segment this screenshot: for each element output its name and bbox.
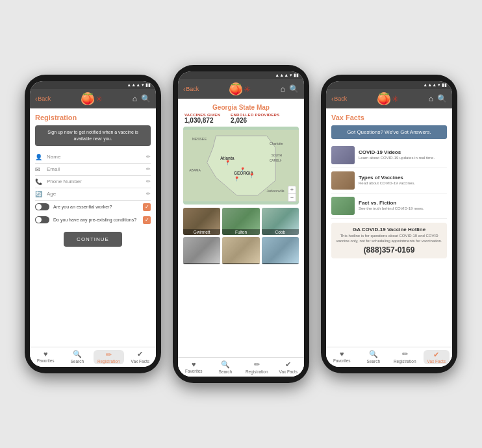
back-button-3[interactable]: ‹ Back: [331, 95, 347, 103]
home-icon-2[interactable]: ⌂: [281, 84, 285, 93]
favorites-icon-3: ♥: [340, 350, 344, 358]
favorites-label-2: Favorites: [185, 369, 203, 373]
fact-fiction-thumb: [331, 197, 355, 215]
zoom-out-btn[interactable]: −: [288, 193, 296, 201]
svg-text:📍: 📍: [249, 173, 255, 179]
status-bar-2: ▲▲▲ ▾ ▮▮: [178, 71, 304, 79]
virus-icon-3: ✳: [392, 94, 399, 104]
svg-text:CAROLI-: CAROLI-: [270, 159, 282, 162]
fact-fiction-desc: See the truth behind COVID-19 news.: [359, 206, 424, 212]
fact-fiction-text: Fact vs. Fiction See the truth behind CO…: [359, 200, 424, 212]
county-gwinnett[interactable]: Gwinnett: [183, 208, 220, 235]
registration-nav-icon-3: ✏: [402, 350, 408, 358]
county-fulton[interactable]: Fulton: [222, 208, 259, 235]
registration-nav-label-1: Registration: [97, 359, 120, 364]
registration-nav-label-3: Registration: [394, 359, 416, 364]
vaxfacts-title: Vax Facts: [331, 114, 447, 121]
zoom-in-btn[interactable]: +: [288, 186, 296, 193]
phone-vaxfacts: ▲▲▲ ▾ ▮▮ ‹ Back 🍑 ✳ ⌂ 🔍 Vax Facts Got Qu: [321, 75, 457, 373]
county-row2c[interactable]: [262, 237, 299, 264]
nav-registration-3[interactable]: ✏ Registration: [389, 350, 421, 364]
types-vaccines-desc: Read about COVID-19 vaccines.: [359, 181, 415, 186]
stat-providers: ENROLLED PROVIDERS 2,026: [231, 113, 279, 124]
virus-icon-1: ✳: [95, 94, 103, 104]
home-icon-3[interactable]: ⌂: [429, 94, 433, 103]
search-nav-icon-2: 🔍: [221, 360, 230, 369]
georgia-map[interactable]: NESSEE Charlotte SOUTH CAROLI- Atlanta A…: [183, 127, 299, 205]
types-vaccines-thumb: [331, 171, 355, 190]
fulton-label: Fulton: [222, 229, 259, 235]
phones-container: ▲▲▲ ▾ ▮▮ ‹ Back 🍑 ✳ ⌂ 🔍 Registrati: [12, 52, 470, 396]
phone-icon: 📞: [35, 179, 43, 185]
county-row2b[interactable]: [222, 237, 259, 264]
gwinnett-label: Gwinnett: [183, 229, 220, 235]
status-bar-1: ▲▲▲ ▾ ▮▮: [30, 81, 156, 89]
bottom-nav-3: ♥ Favorites 🔍 Search ✏ Registration ✔ Va…: [326, 347, 452, 367]
nav-vaxfacts-1[interactable]: ✔ Vax Facts: [125, 350, 157, 364]
nav-search-3[interactable]: 🔍 Search: [358, 350, 390, 364]
bottom-nav-2: ♥ Favorites 🔍 Search ✏ Registration ✔ Va…: [178, 357, 304, 377]
types-vaccines-card[interactable]: Types of Vaccines Read about COVID-19 va…: [331, 168, 447, 193]
nav-registration-2[interactable]: ✏ Registration: [241, 360, 273, 374]
nav-vaxfacts-3[interactable]: ✔ Vax Facts: [421, 350, 453, 364]
search-nav-icon-3: 🔍: [369, 350, 378, 358]
age-field[interactable]: 🔄 Age ✏: [35, 188, 151, 201]
nav-favorites-3[interactable]: ♥ Favorites: [326, 350, 358, 364]
vaxfacts-nav-icon-3: ✔: [433, 351, 439, 359]
county-cobb[interactable]: Cobb: [262, 208, 299, 235]
email-icon: ✉: [35, 166, 43, 173]
county-row2a[interactable]: [183, 237, 220, 264]
email-field[interactable]: ✉ Email ✏: [35, 164, 151, 176]
nav-search-2[interactable]: 🔍 Search: [210, 360, 242, 374]
back-label-2: Back: [186, 86, 199, 92]
back-button-2[interactable]: ‹ Back: [183, 86, 199, 93]
back-label-1: Back: [38, 95, 51, 102]
vaccines-given-val: 1,030,872: [184, 117, 220, 124]
age-label: Age: [47, 191, 142, 197]
svg-text:ABAMA: ABAMA: [189, 168, 201, 172]
nav-registration-1[interactable]: ✏ Registration: [93, 350, 125, 364]
signal-icons-3: ▲▲▲ ▾ ▮▮: [423, 82, 447, 88]
providers-val: 2,026: [231, 117, 279, 124]
search-icon-3[interactable]: 🔍: [437, 94, 447, 103]
signal-icons-2: ▲▲▲ ▾ ▮▮: [275, 73, 299, 78]
phone-edit-icon: ✏: [146, 179, 151, 184]
search-label-1: Search: [70, 359, 84, 364]
home-icon-1[interactable]: ⌂: [133, 94, 137, 103]
nav-vaxfacts-2[interactable]: ✔ Vax Facts: [273, 360, 305, 374]
search-nav-icon-1: 🔍: [73, 350, 82, 358]
essential-worker-toggle-row: Are you an essential worker? ✓: [35, 201, 151, 214]
covid-videos-card[interactable]: COVID-19 Videos Learn about COVID-19 upd…: [331, 143, 447, 168]
hotline-number[interactable]: (888)357-0169: [335, 245, 443, 255]
phone-field[interactable]: 📞 Phone Number ✏: [35, 176, 151, 188]
svg-text:📍: 📍: [234, 176, 240, 182]
search-label-2: Search: [218, 369, 232, 374]
preexisting-check: ✓: [143, 216, 151, 224]
search-icon-2[interactable]: 🔍: [289, 84, 299, 93]
name-field[interactable]: 👤 Name ✏: [35, 151, 151, 164]
covid-videos-thumb: [331, 146, 355, 164]
name-icon: 👤: [35, 154, 43, 160]
back-button-1[interactable]: ‹ Back: [35, 95, 51, 103]
nav-favorites-1[interactable]: ♥ Favorites: [30, 350, 62, 364]
types-vaccines-text: Types of Vaccines Read about COVID-19 va…: [359, 175, 415, 186]
got-questions-button[interactable]: Got Questions? We've Got Answers.: [331, 125, 447, 139]
fact-fiction-title: Fact vs. Fiction: [359, 200, 424, 206]
app-header-3: ‹ Back 🍑 ✳ ⌂ 🔍: [326, 89, 452, 108]
preexisting-toggle[interactable]: [35, 216, 49, 223]
nav-favorites-2[interactable]: ♥ Favorites: [178, 360, 210, 374]
continue-button[interactable]: CONTINUE: [64, 232, 122, 247]
fact-fiction-card[interactable]: Fact vs. Fiction See the truth behind CO…: [331, 193, 447, 219]
preexisting-toggle-row: Do you have any pre-existing conditions?…: [35, 214, 151, 227]
svg-text:Jacksonville: Jacksonville: [266, 189, 284, 193]
svg-text:📍: 📍: [225, 160, 231, 166]
search-icon-1[interactable]: 🔍: [141, 94, 151, 103]
nav-search-1[interactable]: 🔍 Search: [62, 350, 94, 364]
back-label-3: Back: [334, 95, 347, 102]
header-icons-1: ⌂ 🔍: [133, 94, 151, 103]
email-edit-icon: ✏: [146, 166, 151, 172]
header-logo-1: 🍑 ✳: [81, 92, 103, 105]
essential-worker-toggle[interactable]: [35, 203, 49, 210]
svg-text:Charlotte: Charlotte: [270, 142, 283, 145]
favorites-label-3: Favorites: [333, 358, 351, 363]
